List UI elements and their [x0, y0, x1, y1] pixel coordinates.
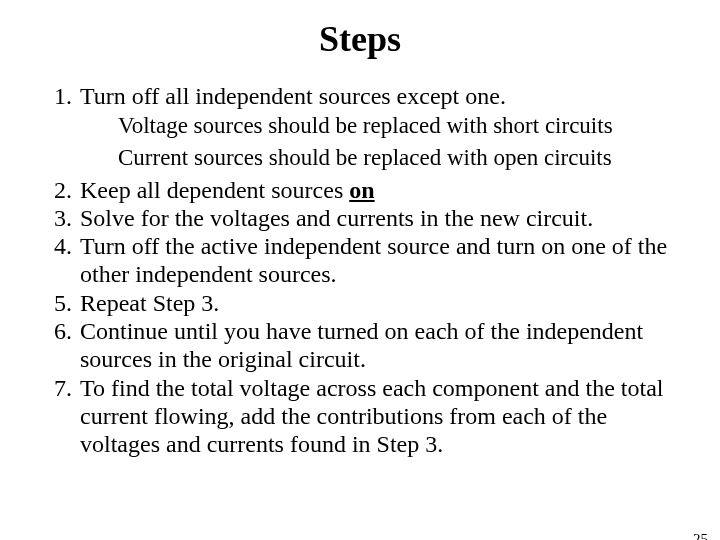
- step-4: Turn off the active independent source a…: [78, 232, 692, 289]
- step-1-sub-1: Voltage sources should be replaced with …: [118, 112, 692, 140]
- step-2: Keep all dependent sources on: [78, 176, 692, 204]
- page-number: 25: [693, 531, 708, 540]
- step-2-prefix: Keep all dependent sources: [80, 177, 349, 203]
- step-2-emph: on: [349, 177, 374, 203]
- step-3: Solve for the voltages and currents in t…: [78, 204, 692, 232]
- step-1-text: Turn off all independent sources except …: [80, 83, 506, 109]
- step-5: Repeat Step 3.: [78, 289, 692, 317]
- step-1-sub-2: Current sources should be replaced with …: [118, 144, 692, 172]
- step-6: Continue until you have turned on each o…: [78, 317, 692, 374]
- slide-content: Turn off all independent sources except …: [0, 82, 720, 459]
- step-1: Turn off all independent sources except …: [78, 82, 692, 172]
- slide-title: Steps: [0, 18, 720, 60]
- step-7: To find the total voltage across each co…: [78, 374, 692, 459]
- steps-list: Turn off all independent sources except …: [28, 82, 692, 459]
- slide: Steps Turn off all independent sources e…: [0, 18, 720, 540]
